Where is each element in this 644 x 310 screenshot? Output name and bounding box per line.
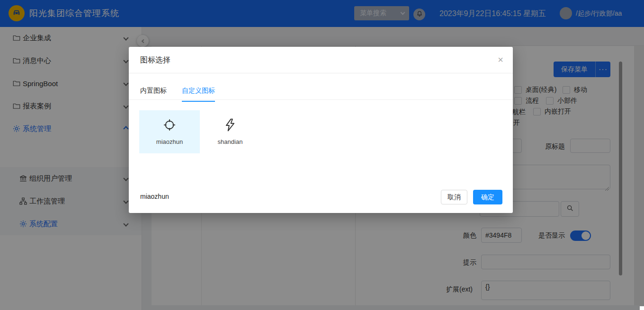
tab-builtin-icons[interactable]: 内置图标 [140,87,167,101]
icon-select-dialog: 图标选择 × 内置图标 自定义图标 miaozhun shandian miao… [129,47,513,213]
icon-option-label: miaozhun [156,138,183,145]
icon-option-miaozhun[interactable]: miaozhun [139,110,200,153]
browser-scrollbar-corner [640,306,644,310]
lightning-icon [224,118,236,133]
selected-icon-name: miaozhun [140,193,169,200]
icon-option-label: shandian [218,138,243,145]
target-icon [163,118,176,133]
dialog-title: 图标选择 [140,47,170,73]
dialog-close-button[interactable]: × [498,47,503,73]
icon-option-shandian[interactable]: shandian [200,110,260,153]
cancel-button[interactable]: 取消 [441,190,467,204]
dialog-header: 图标选择 × [129,47,513,73]
confirm-button[interactable]: 确定 [473,190,502,204]
tabs-underline [129,99,513,100]
